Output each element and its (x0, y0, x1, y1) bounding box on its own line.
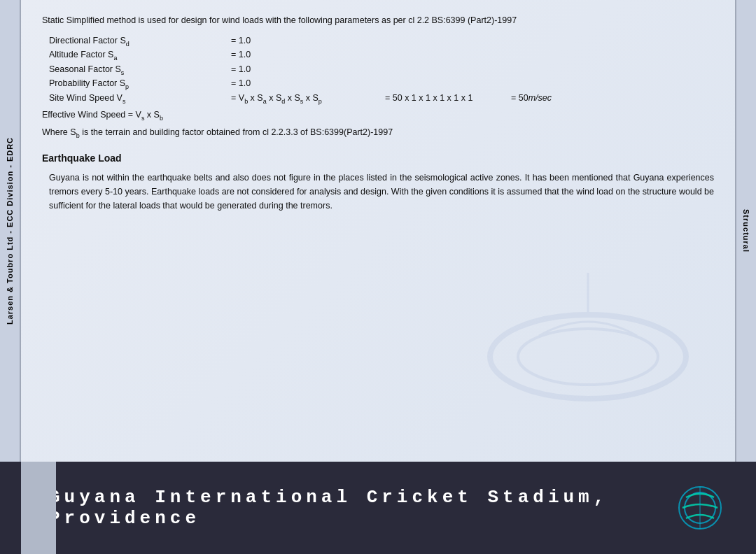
seasonal-value: = 1.0 (231, 64, 273, 74)
footer-title: Guyana International Cricket Stadium, Pr… (49, 487, 672, 529)
altitude-label: Altitude Factor Sa (49, 50, 231, 62)
directional-label: Directional Factor Sd (49, 36, 231, 48)
main-content: Static Simplified method is used for des… (21, 0, 735, 462)
wind-speed-calc: = 50 x 1 x 1 x 1 x 1 x 1 (385, 93, 511, 103)
earthquake-body: Guyana is not within the earthquake belt… (42, 171, 714, 213)
altitude-value: = 1.0 (231, 50, 273, 59)
earthquake-heading: Earthquake Load (42, 152, 714, 164)
left-strip-decoration (21, 462, 56, 554)
bottom-bar: Guyana International Cricket Stadium, Pr… (0, 462, 756, 554)
where-text: Where Sb is the terrain and building fac… (42, 127, 714, 139)
wind-speed-formula: = Vb x Sa x Sd x Ss x Sp (231, 93, 385, 105)
cricket-logo (672, 480, 728, 536)
param-row-altitude: Altitude Factor Sa = 1.0 (49, 50, 714, 62)
wind-speed-result: = 50m/sec (511, 93, 552, 103)
left-sidebar: Larsen & Toubro Ltd - ECC Division - EDR… (0, 0, 21, 462)
content-area: Static Simplified method is used for des… (42, 14, 714, 213)
earthquake-text: Guyana is not within the earthquake belt… (49, 171, 714, 213)
right-sidebar-text: Structural (742, 209, 750, 253)
footer-title-box: Guyana International Cricket Stadium, Pr… (14, 487, 672, 529)
watermark (483, 266, 693, 406)
wind-speed-label: Site Wind Speed Vs (49, 93, 231, 105)
svg-point-1 (518, 329, 658, 385)
wind-speed-row: Site Wind Speed Vs = Vb x Sa x Sd x Ss x… (49, 93, 714, 105)
probability-label: Probability Factor Sp (49, 78, 231, 90)
left-sidebar-text: Larsen & Toubro Ltd - ECC Division - EDR… (6, 137, 14, 325)
effective-wind: Effective Wind Speed = Vs x Sb (42, 110, 714, 122)
param-row-probability: Probability Factor Sp = 1.0 (49, 78, 714, 90)
param-row-directional: Directional Factor Sd = 1.0 (49, 36, 714, 48)
right-sidebar: Structural (735, 0, 756, 462)
directional-value: = 1.0 (231, 36, 273, 45)
intro-text: Static Simplified method is used for des… (42, 14, 714, 27)
seasonal-label: Seasonal Factor Ss (49, 64, 231, 76)
parameters-table: Directional Factor Sd = 1.0 Altitude Fac… (42, 36, 714, 105)
probability-value: = 1.0 (231, 78, 273, 88)
param-row-seasonal: Seasonal Factor Ss = 1.0 (49, 64, 714, 76)
